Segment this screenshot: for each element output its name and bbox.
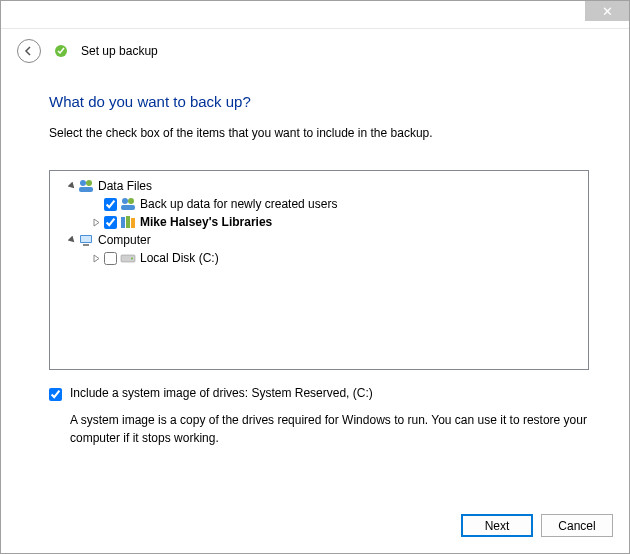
svg-point-4 [122,198,128,204]
backup-icon [53,43,69,59]
svg-rect-9 [131,218,135,228]
titlebar: ✕ [1,1,629,29]
back-arrow-icon [23,45,35,57]
svg-rect-11 [81,236,91,242]
collapse-icon[interactable] [66,182,78,191]
tree-label: Data Files [98,177,152,195]
tree-label: Local Disk (C:) [140,249,219,267]
collapse-icon[interactable] [66,236,78,245]
checkbox-libraries[interactable] [104,216,117,229]
header-title: Set up backup [81,44,158,58]
checkbox-new-users[interactable] [104,198,117,211]
expand-icon[interactable] [90,218,102,227]
svg-point-14 [131,258,133,260]
svg-rect-7 [121,217,125,228]
checkbox-system-image[interactable] [49,388,62,401]
computer-icon [78,232,94,248]
tree-node-computer[interactable]: Computer [54,231,584,249]
tree-label: Back up data for newly created users [140,195,337,213]
tree-node-libraries[interactable]: Mike Halsey's Libraries [54,213,584,231]
svg-rect-8 [126,216,130,228]
content-area: What do you want to back up? Select the … [1,75,629,500]
checkbox-local-disk[interactable] [104,252,117,265]
close-icon: ✕ [602,4,613,19]
tree-node-data-files[interactable]: Data Files [54,177,584,195]
tree-label: Mike Halsey's Libraries [140,213,272,231]
svg-rect-12 [83,244,89,246]
svg-point-2 [86,180,92,186]
tree-node-local-disk[interactable]: Local Disk (C:) [54,249,584,267]
drive-icon [120,250,136,266]
system-image-option: Include a system image of drives: System… [49,386,589,401]
button-bar: Next Cancel [1,500,629,553]
backup-tree[interactable]: Data Files ▷ Back up data for newly crea… [49,170,589,370]
system-image-label: Include a system image of drives: System… [70,386,373,400]
header: Set up backup [1,29,629,75]
tree-node-new-users[interactable]: ▷ Back up data for newly created users [54,195,584,213]
svg-rect-6 [121,205,135,210]
users-icon [78,178,94,194]
svg-point-5 [128,198,134,204]
page-heading: What do you want to back up? [49,93,589,110]
backup-wizard-window: ✕ Set up backup What do you want to back… [0,0,630,554]
expand-icon[interactable] [90,254,102,263]
svg-rect-3 [79,187,93,192]
instruction-text: Select the check box of the items that y… [49,126,589,140]
svg-point-1 [80,180,86,186]
back-button[interactable] [17,39,41,63]
tree-label: Computer [98,231,151,249]
users-icon [120,196,136,212]
close-button[interactable]: ✕ [585,1,629,21]
cancel-button[interactable]: Cancel [541,514,613,537]
system-image-description: A system image is a copy of the drives r… [49,411,589,447]
next-button[interactable]: Next [461,514,533,537]
libraries-icon [120,214,136,230]
